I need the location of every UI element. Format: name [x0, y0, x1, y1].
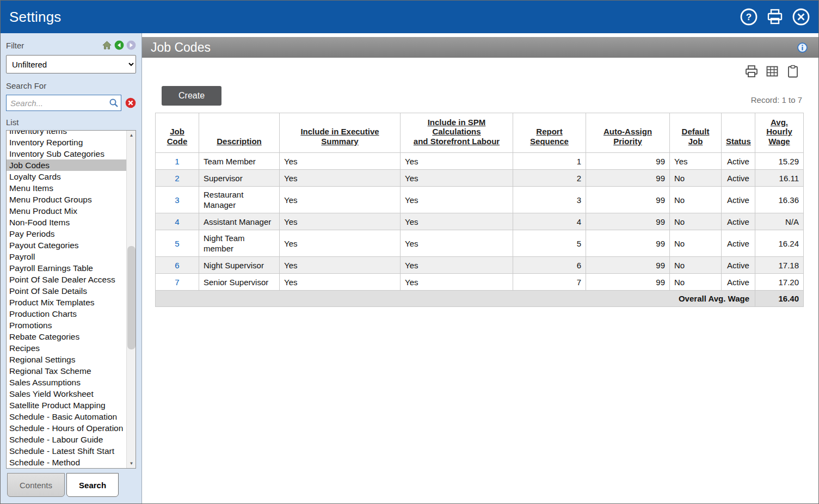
clipboard-icon[interactable]	[786, 64, 800, 78]
list-item[interactable]: Schedule - Labour Guide	[7, 434, 126, 445]
list-item[interactable]: Inventory Sub Categories	[7, 148, 126, 159]
list-item[interactable]: Sales Yield Worksheet	[7, 388, 126, 399]
list-item[interactable]: Payroll Earnings Table	[7, 262, 126, 274]
scroll-up-button[interactable]: ▲	[127, 131, 136, 140]
sidebar-tabs: Contents Search	[7, 473, 136, 497]
table-cell: No	[670, 257, 722, 274]
list-item[interactable]: Non-Food Items	[7, 217, 126, 228]
list-item[interactable]: Regional Settings	[7, 354, 126, 365]
table-cell: 99	[586, 274, 670, 291]
window-title: Settings	[9, 9, 61, 26]
table-row: 6Night SupervisorYesYes699NoActive17.18	[156, 257, 804, 274]
table-cell: Supervisor	[199, 170, 280, 187]
table-cell: Active	[722, 213, 755, 230]
column-header[interactable]: Include in Executive Summary	[280, 113, 401, 153]
table-cell: No	[670, 170, 722, 187]
job-code-link[interactable]: 1	[175, 157, 179, 166]
settings-list: Inventory ItemsInventory ReportingInvent…	[6, 130, 136, 469]
column-header[interactable]: Default Job	[670, 113, 722, 153]
column-header[interactable]: Description	[199, 113, 280, 153]
print-icon[interactable]	[765, 7, 785, 27]
job-code-link[interactable]: 7	[175, 278, 179, 287]
home-icon[interactable]	[102, 40, 112, 50]
column-header[interactable]: Report Sequence	[513, 113, 586, 153]
export-table-icon[interactable]	[765, 64, 779, 78]
column-header-label: Include in Executive Summary	[300, 127, 379, 145]
list-item[interactable]: Menu Items	[7, 182, 126, 194]
column-header[interactable]: Job Code	[156, 113, 199, 153]
job-code-link[interactable]: 4	[175, 217, 179, 226]
tab-search[interactable]: Search	[66, 473, 119, 497]
table-cell: Yes	[401, 213, 513, 230]
job-code-link[interactable]: 3	[175, 195, 179, 205]
list-item[interactable]: Schedule - Hours of Operation	[7, 422, 126, 434]
tab-contents[interactable]: Contents	[7, 473, 65, 497]
list-item[interactable]: Job Codes	[7, 159, 126, 171]
table-cell: 99	[586, 213, 670, 230]
column-header-label: Job Code	[167, 127, 188, 145]
scroll-down-button[interactable]: ▼	[127, 459, 136, 468]
table-cell: 15.29	[755, 153, 804, 170]
help-icon[interactable]: ?	[739, 7, 759, 27]
list-item[interactable]: Payout Categories	[7, 239, 126, 251]
list-item[interactable]: Production Charts	[7, 308, 126, 319]
list-scrollbar[interactable]: ▲ ▼	[126, 131, 136, 468]
list-item[interactable]: Inventory Items	[7, 131, 126, 137]
column-header-label: Description	[217, 137, 262, 146]
job-code-cell: 4	[156, 213, 199, 230]
table-cell: 16.24	[755, 230, 804, 257]
tab-contents-label: Contents	[20, 481, 52, 490]
list-item[interactable]: Pay Periods	[7, 228, 126, 239]
job-code-link[interactable]: 5	[175, 239, 179, 248]
table-cell: Yes	[670, 153, 722, 170]
list-item[interactable]: Promotions	[7, 319, 126, 331]
list-item[interactable]: Sales Assumptions	[7, 377, 126, 388]
list-item[interactable]: Regional Tax Scheme	[7, 365, 126, 377]
column-header[interactable]: Status	[722, 113, 755, 153]
print-table-icon[interactable]	[744, 64, 759, 78]
scrollbar-thumb[interactable]	[127, 246, 136, 349]
list-item[interactable]: Schedule - Basic Automation	[7, 411, 126, 422]
job-code-link[interactable]: 6	[175, 261, 179, 270]
list-item[interactable]: Menu Product Groups	[7, 194, 126, 205]
overall-avg-wage-value: 16.40	[755, 291, 804, 307]
table-cell: Yes	[280, 153, 401, 170]
column-header-label: Auto-Assign Priority	[604, 127, 652, 145]
sidebar: Filter Unfiltered	[1, 33, 142, 503]
column-header[interactable]: Avg. Hourly Wage	[755, 113, 804, 153]
job-code-cell: 3	[156, 187, 199, 213]
create-button[interactable]: Create	[162, 86, 221, 106]
column-header[interactable]: Include in SPM Calculations and Storefro…	[401, 113, 513, 153]
list-item[interactable]: Rebate Categories	[7, 331, 126, 342]
filter-row: Filter	[6, 40, 136, 51]
info-icon[interactable]	[797, 42, 808, 53]
list-item[interactable]: Product Mix Templates	[7, 297, 126, 308]
list-item[interactable]: Point Of Sale Dealer Access	[7, 274, 126, 285]
list-item[interactable]: Satellite Product Mapping	[7, 399, 126, 411]
clear-search-icon[interactable]	[125, 97, 136, 108]
table-cell: N/A	[755, 213, 804, 230]
forward-icon[interactable]	[126, 40, 136, 50]
table-cell: Yes	[280, 257, 401, 274]
search-input[interactable]	[6, 95, 121, 111]
list-item[interactable]: Schedule - Latest Shift Start	[7, 445, 126, 457]
job-code-link[interactable]: 2	[175, 174, 179, 183]
back-icon[interactable]	[114, 40, 124, 50]
list-item[interactable]: Loyalty Cards	[7, 171, 126, 182]
list-item[interactable]: Schedule - Method	[7, 457, 126, 468]
filter-select[interactable]: Unfiltered	[6, 55, 136, 73]
list-item[interactable]: Recipes	[7, 342, 126, 354]
table-cell: Assistant Manager	[199, 213, 280, 230]
table-body: 1Team MemberYesYes199YesActive15.292Supe…	[156, 153, 804, 291]
list-item[interactable]: Payroll	[7, 251, 126, 262]
search-icon[interactable]	[109, 98, 119, 108]
column-header-label: Default Job	[682, 127, 710, 145]
job-code-cell: 5	[156, 230, 199, 257]
list-item[interactable]: Menu Product Mix	[7, 205, 126, 217]
column-header-label: Include in SPM Calculations and Storefro…	[414, 118, 500, 146]
close-icon[interactable]	[791, 7, 811, 27]
list-item[interactable]: Inventory Reporting	[7, 137, 126, 148]
list-item[interactable]: Point Of Sale Details	[7, 285, 126, 297]
column-header[interactable]: Auto-Assign Priority	[586, 113, 670, 153]
table-cell: Yes	[280, 274, 401, 291]
